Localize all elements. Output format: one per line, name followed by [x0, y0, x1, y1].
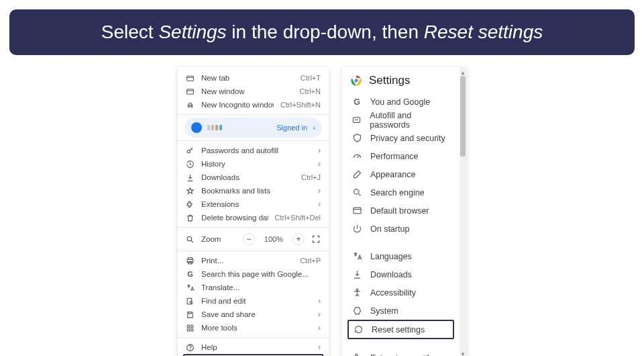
settings-label: Search engine [370, 188, 425, 197]
chevron-right-icon: › [318, 323, 321, 332]
settings-label: Accessibility [370, 288, 416, 298]
google-icon: G [352, 97, 362, 107]
svg-point-16 [190, 349, 191, 349]
panels-row: New tab Ctrl+T New window Ctrl+N New Inc… [0, 67, 644, 356]
divider [178, 114, 329, 115]
svg-point-4 [187, 150, 190, 152]
scroll-down-icon[interactable]: ▼ [460, 351, 466, 356]
scroll-thumb[interactable] [460, 76, 466, 157]
settings-label: Autofill and passwords [370, 111, 450, 130]
settings-you-google[interactable]: G You and Google [342, 93, 460, 111]
divider [178, 227, 329, 228]
menu-label: New window [201, 87, 293, 95]
external-link-icon [422, 354, 430, 357]
accessibility-icon [352, 287, 362, 298]
find-icon [186, 297, 195, 306]
translate-icon [186, 283, 195, 292]
menu-label: Delete browsing data... [201, 214, 268, 222]
svg-rect-11 [187, 325, 189, 327]
settings-autofill[interactable]: Autofill and passwords [342, 111, 460, 129]
svg-point-2 [188, 105, 189, 107]
language-icon [352, 251, 362, 262]
menu-label: New Incognito window [201, 101, 274, 109]
chevron-right-icon: › [318, 296, 321, 306]
menu-extensions[interactable]: Extensions › [178, 197, 329, 211]
banner-em-2: Reset settings [424, 21, 543, 42]
settings-label: On startup [370, 224, 409, 234]
scroll-track[interactable] [460, 76, 466, 351]
menu-bookmarks[interactable]: Bookmarks and lists › [178, 184, 329, 197]
menu-print[interactable]: Print... Ctrl+P [178, 254, 329, 267]
svg-point-20 [354, 79, 358, 83]
menu-incognito[interactable]: New Incognito window Ctrl+Shift+N [178, 98, 329, 112]
settings-languages[interactable]: Languages [342, 247, 460, 265]
menu-more-tools[interactable]: More tools › [178, 321, 329, 335]
chrome-menu-panel: New tab Ctrl+T New window Ctrl+N New Inc… [178, 67, 329, 356]
autofill-icon [352, 115, 362, 126]
browser-icon [352, 206, 362, 216]
menu-downloads[interactable]: Downloads Ctrl+J [178, 171, 329, 184]
menu-history[interactable]: History › [178, 157, 329, 171]
zoom-percent: 100% [262, 235, 286, 243]
zoom-in-button[interactable]: + [292, 233, 305, 245]
menu-new-window[interactable]: New window Ctrl+N [178, 85, 329, 98]
settings-label: System [370, 306, 398, 316]
menu-shortcut: Ctrl+J [301, 173, 321, 181]
menu-label: Passwords and autofill [201, 146, 311, 154]
account-row[interactable]: Signed in › [184, 118, 322, 138]
settings-label: Privacy and security [370, 134, 445, 143]
svg-rect-13 [187, 328, 189, 330]
menu-label: Translate... [201, 283, 321, 292]
svg-rect-14 [191, 328, 193, 330]
settings-extensions[interactable]: Extensions [342, 349, 460, 356]
menu-new-tab[interactable]: New tab Ctrl+T [178, 71, 329, 85]
settings-reset[interactable]: Reset settings [347, 320, 454, 339]
speedometer-icon [352, 151, 362, 162]
scroll-up-icon[interactable]: ▲ [460, 70, 466, 76]
menu-search-google[interactable]: G Search this page with Google... [178, 267, 329, 281]
menu-translate[interactable]: Translate... [178, 281, 329, 294]
scrollbar[interactable]: ▲ ▼ [460, 67, 466, 356]
menu-passwords[interactable]: Passwords and autofill › [178, 144, 329, 157]
section-gap [342, 238, 460, 247]
palette-icon [352, 169, 362, 180]
settings-privacy[interactable]: Privacy and security [342, 129, 460, 147]
settings-accessibility[interactable]: Accessibility [342, 283, 460, 302]
settings-label: Appearance [370, 170, 415, 179]
menu-save-share[interactable]: Save and share › [178, 308, 329, 321]
menu-label: Extensions [201, 200, 311, 208]
menu-label: Search this page with Google... [201, 270, 321, 278]
tools-icon [186, 324, 195, 332]
settings-downloads[interactable]: Downloads [342, 265, 460, 283]
zoom-out-button[interactable]: − [243, 233, 255, 245]
settings-label: Languages [370, 252, 412, 261]
svg-rect-23 [353, 208, 360, 214]
menu-help[interactable]: Help › [178, 341, 329, 354]
svg-rect-12 [191, 325, 193, 327]
search-icon [352, 187, 362, 198]
chevron-right-icon: › [318, 343, 321, 352]
puzzle-icon [352, 353, 362, 357]
svg-rect-0 [187, 76, 194, 81]
settings-search-engine[interactable]: Search engine [342, 183, 460, 202]
reset-icon [353, 324, 364, 335]
settings-on-startup[interactable]: On startup [342, 220, 460, 238]
fullscreen-icon[interactable] [311, 234, 321, 244]
settings-label: Extensions [370, 353, 411, 357]
power-icon [352, 224, 362, 234]
chevron-right-icon: › [318, 310, 321, 319]
banner-text-2: in the drop-down, then [227, 21, 424, 42]
tab-icon [186, 74, 195, 83]
settings-performance[interactable]: Performance [342, 147, 460, 165]
settings-appearance[interactable]: Appearance [342, 165, 460, 183]
settings-default-browser[interactable]: Default browser [342, 202, 460, 220]
menu-shortcut: Ctrl+N [300, 87, 321, 95]
menu-find-edit[interactable]: Find and edit › [178, 294, 329, 308]
banner-text-1: Select [101, 21, 159, 42]
star-icon [186, 187, 195, 195]
settings-system[interactable]: System [342, 302, 460, 320]
settings-label: You and Google [370, 97, 430, 107]
menu-delete-data[interactable]: Delete browsing data... Ctrl+Shift+Del [178, 211, 329, 224]
svg-point-3 [191, 105, 193, 107]
section-gap [342, 339, 460, 349]
